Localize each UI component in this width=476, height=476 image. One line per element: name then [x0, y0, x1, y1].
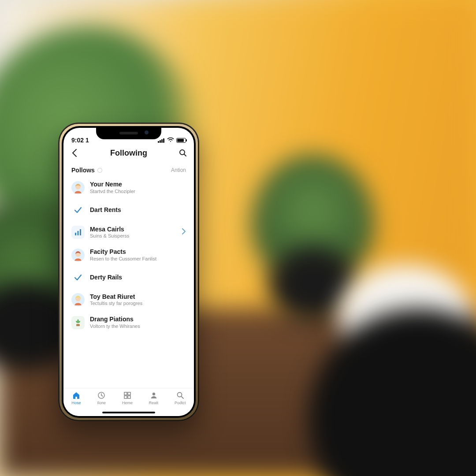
phone-screen: 9:02 1 Following Pollows Ant	[63, 128, 194, 416]
tab-label: Hose	[71, 401, 81, 405]
tab-label: Ilone	[97, 401, 106, 405]
tab-person[interactable]: Reatt	[149, 391, 159, 405]
svg-point-16	[152, 393, 155, 395]
battery-icon	[176, 138, 186, 143]
tab-clock[interactable]: Ilone	[97, 391, 106, 405]
grid-icon	[123, 391, 132, 400]
svg-rect-4	[78, 231, 79, 235]
list-item-text: Dart Rents	[90, 206, 186, 214]
page-title: Following	[110, 149, 147, 158]
tab-home[interactable]: Hose	[71, 391, 81, 405]
chevron-right-icon	[182, 228, 186, 236]
search-icon	[176, 391, 185, 400]
check-icon	[71, 271, 85, 284]
list-item-text: Facity Pacts Resen to the Cussomer Fanli…	[90, 248, 186, 262]
avatar	[71, 293, 85, 306]
list-item-name: Your Neme	[90, 181, 186, 188]
chevron-left-icon	[72, 149, 77, 157]
svg-rect-12	[124, 392, 127, 395]
tab-label: Reatt	[149, 401, 159, 405]
svg-rect-5	[80, 229, 81, 235]
list-item-name: Facity Pacts	[90, 248, 186, 256]
list-item[interactable]: Facity Pacts Resen to the Cussomer Fanli…	[66, 244, 191, 267]
list-item[interactable]: Dart Rents	[66, 199, 191, 221]
plant-icon	[71, 316, 85, 329]
status-indicators	[158, 137, 186, 144]
check-icon	[71, 204, 85, 217]
list-item-text: Mesa Cairls Suins & Suisperss	[90, 226, 176, 240]
list-item-subtitle: Resen to the Cussomer Fanlist	[90, 256, 186, 262]
list-item-subtitle: Voltorn ty the Whiranes	[90, 324, 186, 330]
list-item[interactable]: Drang Piations Voltorn ty the Whiranes	[66, 311, 191, 334]
svg-rect-13	[128, 392, 130, 395]
section-action[interactable]: Antion	[171, 167, 186, 173]
avatar	[71, 249, 85, 262]
svg-point-17	[177, 393, 182, 397]
avatar	[71, 181, 85, 194]
phone-frame: 9:02 1 Following Pollows Ant	[58, 123, 199, 421]
tab-label: Podtct	[175, 401, 186, 405]
home-indicator[interactable]	[102, 412, 155, 413]
section-title: Pollows	[71, 167, 102, 174]
clock-icon	[97, 391, 106, 400]
search-icon	[179, 149, 187, 157]
list-item-name: Mesa Cairls	[90, 226, 176, 233]
following-list[interactable]: Your Neme Startvd the Chozipler Dart Ren…	[63, 176, 194, 388]
section-header: Pollows Antion	[63, 162, 194, 176]
list-item-subtitle: Suins & Suisperss	[90, 233, 176, 239]
wifi-icon	[167, 137, 174, 144]
svg-rect-3	[75, 233, 76, 235]
list-item-name: Derty Rails	[90, 274, 186, 281]
svg-rect-10	[76, 324, 80, 326]
svg-rect-15	[128, 396, 130, 398]
list-item[interactable]: Mesa Cairls Suins & Suisperss	[66, 221, 191, 244]
gear-icon[interactable]	[97, 168, 102, 173]
list-item-subtitle: Startvd the Chozipler	[90, 189, 186, 195]
list-item-text: Derty Rails	[90, 274, 186, 281]
list-item-text: Your Neme Startvd the Chozipler	[90, 181, 186, 195]
tab-grid[interactable]: Heme	[122, 391, 133, 405]
cellular-icon	[158, 138, 165, 143]
list-item[interactable]: Toy Beat Riuret Tectultis sty far porogr…	[66, 289, 191, 312]
list-item-subtitle: Tectultis sty far porogres	[90, 301, 186, 307]
list-item-text: Toy Beat Riuret Tectultis sty far porogr…	[90, 293, 186, 307]
list-item-name: Drang Piations	[90, 316, 186, 323]
list-item-name: Dart Rents	[90, 206, 186, 214]
list-item[interactable]: Your Neme Startvd the Chozipler	[66, 176, 191, 199]
person-icon	[149, 391, 158, 400]
section-title-text: Pollows	[71, 167, 95, 174]
nav-bar: Following	[63, 145, 194, 162]
status-time: 9:02 1	[71, 137, 89, 144]
home-icon	[72, 391, 81, 400]
phone-notch	[96, 128, 161, 139]
tab-search[interactable]: Podtct	[175, 391, 186, 405]
back-button[interactable]	[70, 148, 79, 158]
svg-rect-14	[124, 396, 127, 398]
list-item[interactable]: Derty Rails	[66, 267, 191, 289]
list-item-text: Drang Piations Voltorn ty the Whiranes	[90, 316, 186, 330]
chart-icon	[71, 226, 85, 239]
search-button[interactable]	[178, 148, 188, 158]
tab-label: Heme	[122, 401, 133, 405]
list-item-name: Toy Beat Riuret	[90, 293, 186, 301]
